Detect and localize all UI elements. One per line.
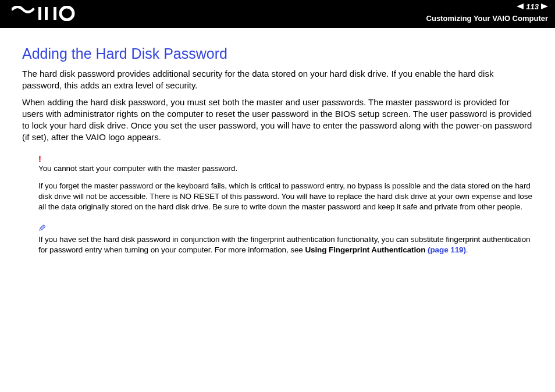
vaio-logo — [12, 6, 76, 23]
intro-paragraph-2: When adding the hard disk password, you … — [22, 97, 533, 144]
warning-text-1: You cannot start your computer with the … — [38, 163, 533, 174]
pencil-icon: ✎ — [38, 222, 533, 234]
breadcrumb: Customizing Your VAIO Computer — [426, 14, 548, 23]
page-number: 113 — [526, 2, 539, 11]
svg-rect-2 — [54, 7, 56, 20]
warning-text-2: If you forget the master password or the… — [38, 181, 533, 213]
svg-point-3 — [61, 7, 73, 20]
tip-page-link[interactable]: (page 119) — [428, 245, 466, 254]
prev-page-arrow[interactable] — [517, 2, 524, 11]
intro-paragraph-1: The hard disk password provides addition… — [22, 68, 533, 92]
page-number-nav: 113 — [517, 2, 548, 11]
warning-block: ! You cannot start your computer with th… — [38, 153, 533, 213]
svg-marker-4 — [517, 3, 524, 9]
tip-block: ✎ If you have set the hard disk password… — [38, 222, 533, 256]
next-page-arrow[interactable] — [541, 2, 548, 11]
page-title: Adding the Hard Disk Password — [22, 45, 533, 62]
tip-text: If you have set the hard disk password i… — [38, 234, 533, 255]
page-content: Adding the Hard Disk Password The hard d… — [0, 28, 555, 255]
tip-link-title: Using Fingerprint Authentication — [305, 245, 428, 254]
svg-rect-1 — [45, 7, 48, 20]
svg-marker-5 — [541, 3, 548, 9]
svg-rect-0 — [38, 7, 41, 20]
page-header: 113 Customizing Your VAIO Computer — [0, 0, 555, 28]
tip-text-after: . — [466, 245, 468, 254]
exclamation-icon: ! — [38, 153, 533, 165]
